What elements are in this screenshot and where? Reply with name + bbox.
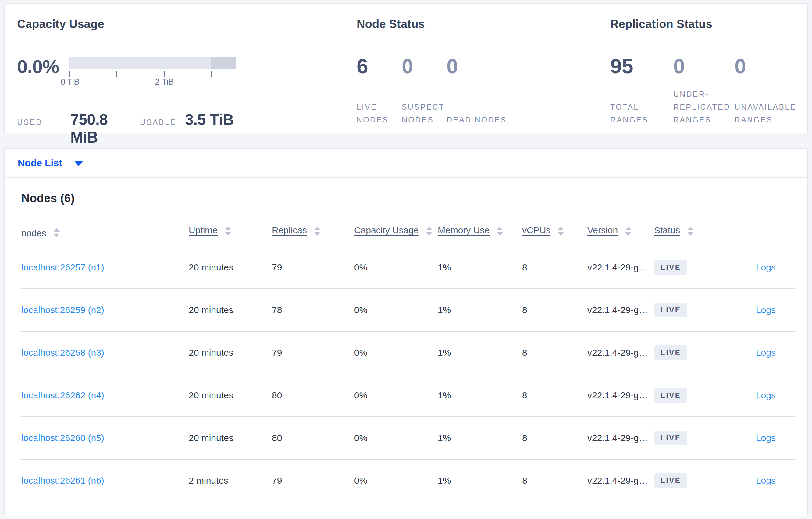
- sort-icon[interactable]: [426, 226, 432, 236]
- sort-icon[interactable]: [558, 226, 564, 236]
- usable-label: USABLE: [140, 118, 185, 127]
- cell-uptime: 20 minutes: [189, 262, 233, 272]
- table-row: localhost:26261 (n6) 2 minutes 79 0% 1% …: [21, 459, 794, 502]
- capacity-summary-row: USED 750.8 MiB USABLE 3.5 TiB: [17, 111, 340, 146]
- stat-value: 0: [402, 54, 446, 78]
- node-link[interactable]: localhost:26260 (n5): [21, 433, 104, 443]
- status-badge: LIVE: [654, 431, 687, 445]
- status-badge: LIVE: [654, 345, 687, 360]
- node-list-panel: Node List Nodes (6) nodes Uptime Replica…: [4, 148, 808, 516]
- logs-link[interactable]: Logs: [756, 305, 776, 315]
- cell-vcpus: 8: [522, 305, 527, 315]
- capacity-bar: [69, 57, 236, 69]
- cell-version: v22.1.4-29-g…: [587, 262, 648, 272]
- cell-memory-use: 1%: [438, 476, 451, 486]
- nodes-table-area: Nodes (6) nodes Uptime Replicas Capacity…: [5, 191, 807, 502]
- sort-icon[interactable]: [497, 226, 503, 236]
- node-status-section: Node Status 6 LIVE NODES 0 SUSPECT NODES…: [357, 17, 594, 126]
- logs-link[interactable]: Logs: [756, 347, 776, 358]
- status-badge: LIVE: [654, 388, 687, 403]
- column-header-status[interactable]: Status: [654, 206, 726, 246]
- logs-link[interactable]: Logs: [756, 390, 776, 400]
- cell-vcpus: 8: [522, 390, 527, 400]
- column-header-replicas[interactable]: Replicas: [272, 206, 354, 246]
- column-header-version[interactable]: Version: [587, 206, 654, 246]
- capacity-gauge: 0.0% 0 TiB 2 TiB: [17, 54, 340, 88]
- cell-version: v22.1.4-29-g…: [587, 476, 648, 486]
- status-badge: LIVE: [654, 260, 687, 275]
- table-row: localhost:26259 (n2) 20 minutes 78 0% 1%…: [21, 289, 794, 331]
- cell-version: v22.1.4-29-g…: [587, 433, 648, 443]
- node-link[interactable]: localhost:26257 (n1): [21, 262, 104, 272]
- node-link[interactable]: localhost:26259 (n2): [21, 305, 104, 315]
- cell-version: v22.1.4-29-g…: [587, 390, 648, 400]
- cell-replicas: 80: [272, 433, 282, 443]
- node-link[interactable]: localhost:26261 (n6): [21, 476, 104, 486]
- column-label: Memory Use: [438, 225, 490, 239]
- axis-tick: [164, 71, 165, 77]
- table-row: localhost:26262 (n4) 20 minutes 80 0% 1%…: [21, 374, 794, 417]
- sort-icon[interactable]: [625, 226, 631, 236]
- logs-link[interactable]: Logs: [756, 433, 776, 443]
- cell-capacity-usage: 0%: [354, 262, 367, 272]
- suspect-nodes-stat: 0 SUSPECT NODES: [402, 54, 446, 126]
- status-badge: LIVE: [654, 303, 687, 317]
- sort-icon[interactable]: [225, 226, 231, 236]
- stat-label: TOTAL RANGES: [610, 100, 671, 126]
- cell-memory-use: 1%: [438, 433, 451, 443]
- cell-vcpus: 8: [522, 476, 527, 486]
- column-header-memory_use[interactable]: Memory Use: [438, 206, 522, 246]
- live-nodes-stat: 6 LIVE NODES: [357, 54, 402, 126]
- cell-memory-use: 1%: [438, 347, 451, 358]
- node-list-dropdown-label[interactable]: Node List: [18, 157, 62, 169]
- replication-status-section: Replication Status 95 TOTAL RANGES 0 UND…: [610, 17, 802, 126]
- column-label: Replicas: [272, 225, 307, 239]
- replication-status-title: Replication Status: [610, 17, 802, 31]
- cell-version: v22.1.4-29-g…: [587, 305, 648, 315]
- logs-link[interactable]: Logs: [756, 262, 776, 272]
- node-list-dropdown[interactable]: Node List: [5, 149, 807, 178]
- cell-memory-use: 1%: [438, 262, 451, 272]
- stat-value: 0: [673, 54, 734, 78]
- node-link[interactable]: localhost:26258 (n3): [21, 347, 104, 358]
- column-header-nodes[interactable]: nodes: [21, 206, 189, 246]
- total-ranges-stat: 95 TOTAL RANGES: [610, 54, 673, 126]
- cell-uptime: 20 minutes: [189, 347, 233, 358]
- chevron-down-icon: [75, 161, 83, 166]
- node-status-title: Node Status: [357, 17, 594, 31]
- column-header-uptime[interactable]: Uptime: [189, 206, 272, 246]
- logs-link[interactable]: Logs: [756, 476, 776, 486]
- stat-label: UNDER-REPLICATED RANGES: [673, 88, 734, 126]
- column-header-empty: [726, 206, 794, 246]
- stat-label: DEAD NODES: [446, 113, 506, 126]
- used-label: USED: [17, 118, 70, 127]
- capacity-bar-block: 0 TiB 2 TiB: [69, 54, 236, 88]
- cell-capacity-usage: 0%: [354, 433, 367, 443]
- nodes-table: nodes Uptime Replicas Capacity Usage Mem…: [21, 206, 794, 502]
- stat-value: 0: [446, 54, 506, 78]
- axis-tick: [69, 71, 70, 77]
- column-label: Uptime: [189, 225, 218, 239]
- axis-tick: [116, 71, 117, 77]
- nodes-heading: Nodes (6): [21, 191, 794, 206]
- column-label: Version: [587, 225, 618, 239]
- cell-replicas: 79: [272, 262, 282, 272]
- cell-capacity-usage: 0%: [354, 390, 367, 400]
- column-header-capacity_usage[interactable]: Capacity Usage: [354, 206, 438, 246]
- under-replicated-ranges-stat: 0 UNDER-REPLICATED RANGES: [673, 54, 734, 126]
- stat-value: 6: [357, 54, 402, 78]
- cell-memory-use: 1%: [438, 390, 451, 400]
- node-link[interactable]: localhost:26262 (n4): [21, 390, 104, 400]
- column-header-vcpus[interactable]: vCPUs: [522, 206, 587, 246]
- sort-icon[interactable]: [687, 226, 693, 236]
- sort-icon[interactable]: [314, 226, 320, 236]
- cell-vcpus: 8: [522, 262, 527, 272]
- axis-tick: [211, 71, 211, 77]
- cell-uptime: 20 minutes: [189, 433, 233, 443]
- cell-vcpus: 8: [522, 433, 527, 443]
- stat-value: 95: [610, 54, 673, 78]
- cell-capacity-usage: 0%: [354, 305, 367, 315]
- sort-icon[interactable]: [54, 228, 60, 237]
- axis-tick-label: 2 TiB: [155, 78, 174, 87]
- cell-replicas: 78: [272, 305, 282, 315]
